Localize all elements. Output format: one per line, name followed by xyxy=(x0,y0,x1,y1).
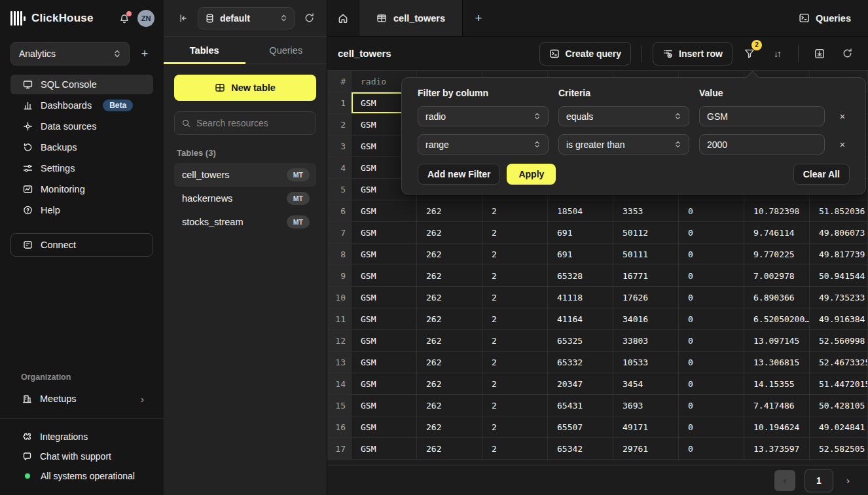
table-cell[interactable]: 3353 xyxy=(613,200,679,222)
filter-criteria-select[interactable]: is greater than xyxy=(558,134,689,155)
table-cell[interactable]: 0 xyxy=(679,200,744,222)
table-cell[interactable]: 262 xyxy=(417,308,482,330)
table-cell[interactable]: 691 xyxy=(548,244,613,265)
table-cell[interactable]: 0 xyxy=(679,265,744,287)
table-list-item-hackernews[interactable]: hackernews MT xyxy=(174,187,316,210)
workspace-select[interactable]: Analytics xyxy=(10,42,130,65)
table-cell[interactable]: GSM xyxy=(352,287,417,308)
table-cell[interactable]: 0 xyxy=(679,438,744,460)
table-cell[interactable]: 7.002978 xyxy=(744,265,810,287)
table-cell[interactable]: 51.852036 xyxy=(810,200,868,222)
collapse-panel-button[interactable] xyxy=(175,10,191,26)
sort-button[interactable]: ↓↑ xyxy=(767,43,787,64)
table-cell[interactable]: 10.194624 xyxy=(744,416,810,438)
filter-value-input[interactable] xyxy=(699,106,825,126)
table-cell[interactable]: 0 xyxy=(679,373,744,395)
sidebar-item-monitoring[interactable]: Monitoring xyxy=(10,179,153,199)
filter-criteria-select[interactable]: equals xyxy=(558,106,689,126)
table-cell[interactable]: 262 xyxy=(417,352,482,373)
connect-button[interactable]: Connect xyxy=(10,233,153,257)
remove-filter-button[interactable]: × xyxy=(835,109,850,124)
table-cell[interactable]: 0 xyxy=(679,416,744,438)
table-cell[interactable]: GSM xyxy=(352,395,417,416)
table-cell[interactable]: 9.746114 xyxy=(744,222,810,244)
sidebar-item-integrations[interactable]: Integrations xyxy=(0,427,164,447)
table-cell[interactable]: 0 xyxy=(679,308,744,330)
table-cell[interactable]: 0 xyxy=(679,395,744,416)
filter-value-input[interactable] xyxy=(699,134,825,155)
table-cell[interactable]: 2 xyxy=(482,222,548,244)
table-cell[interactable]: 6.890366 xyxy=(744,287,810,308)
table-cell[interactable]: 2 xyxy=(482,308,548,330)
filter-column-select[interactable]: range xyxy=(418,134,549,155)
table-cell[interactable]: 65431 xyxy=(548,395,613,416)
table-cell[interactable]: 262 xyxy=(417,416,482,438)
table-list-item-cell-towers[interactable]: cell_towers MT xyxy=(174,163,316,187)
table-cell[interactable]: GSM xyxy=(352,265,417,287)
sidebar-item-meetups[interactable]: Meetups › xyxy=(10,388,153,409)
home-button[interactable] xyxy=(327,0,359,36)
table-cell[interactable]: 3454 xyxy=(613,373,679,395)
table-cell[interactable]: 65325 xyxy=(548,330,613,352)
table-cell[interactable]: 0 xyxy=(679,352,744,373)
table-cell[interactable]: 2 xyxy=(482,438,548,460)
table-cell[interactable]: 50.428105 xyxy=(810,395,868,416)
refresh-table-button[interactable] xyxy=(837,43,858,64)
table-cell[interactable]: 13.373597 xyxy=(744,438,810,460)
sidebar-item-help[interactable]: Help xyxy=(10,200,153,220)
table-cell[interactable]: 49.817739 xyxy=(810,244,868,265)
table-cell[interactable]: 3693 xyxy=(613,395,679,416)
remove-filter-button[interactable]: × xyxy=(835,137,850,153)
table-cell[interactable]: 2 xyxy=(482,330,548,352)
download-button[interactable] xyxy=(809,43,830,64)
table-cell[interactable]: 2 xyxy=(482,200,548,222)
table-list-item-stocks-stream[interactable]: stocks_stream MT xyxy=(174,210,316,234)
table-cell[interactable]: GSM xyxy=(352,438,417,460)
table-cell[interactable]: GSM xyxy=(352,330,417,352)
table-cell[interactable]: 50111 xyxy=(613,244,679,265)
table-cell[interactable]: 50.941544 xyxy=(810,265,868,287)
sidebar-item-chat-support[interactable]: Chat with support xyxy=(0,447,164,466)
table-cell[interactable]: 0 xyxy=(679,287,744,308)
filter-button[interactable]: 2 xyxy=(739,43,760,64)
table-cell[interactable]: 17626 xyxy=(613,287,679,308)
clear-all-filters-button[interactable]: Clear All xyxy=(793,164,850,185)
table-cell[interactable]: 262 xyxy=(417,330,482,352)
create-query-button[interactable]: Create query xyxy=(539,42,632,65)
queries-button[interactable]: Queries xyxy=(782,0,868,36)
table-cell[interactable]: 262 xyxy=(417,222,482,244)
table-cell[interactable]: 29761 xyxy=(613,438,679,460)
table-cell[interactable]: 13.306815 xyxy=(744,352,810,373)
apply-filters-button[interactable]: Apply xyxy=(507,164,556,185)
table-cell[interactable]: 16771 xyxy=(613,265,679,287)
table-cell[interactable]: GSM xyxy=(352,308,417,330)
table-cell[interactable]: GSM xyxy=(352,200,417,222)
table-cell[interactable]: GSM xyxy=(352,244,417,265)
new-table-button[interactable]: New table xyxy=(174,75,316,101)
table-cell[interactable]: 33803 xyxy=(613,330,679,352)
table-cell[interactable]: 49.916384 xyxy=(810,308,868,330)
table-cell[interactable]: 34016 xyxy=(613,308,679,330)
table-cell[interactable]: 2 xyxy=(482,416,548,438)
table-cell[interactable]: 65332 xyxy=(548,352,613,373)
table-cell[interactable]: 52.4673325 xyxy=(810,352,868,373)
table-cell[interactable]: 2 xyxy=(482,395,548,416)
add-workspace-button[interactable]: + xyxy=(136,45,153,62)
table-cell[interactable]: 41118 xyxy=(548,287,613,308)
table-cell[interactable]: 262 xyxy=(417,200,482,222)
table-cell[interactable]: 49.024841 xyxy=(810,416,868,438)
table-cell[interactable]: 262 xyxy=(417,438,482,460)
tab-queries[interactable]: Queries xyxy=(245,37,327,64)
tab-cell-towers[interactable]: cell_towers xyxy=(359,0,463,36)
table-cell[interactable]: 13.097145 xyxy=(744,330,810,352)
user-avatar[interactable]: ZN xyxy=(137,10,154,27)
refresh-database-button[interactable] xyxy=(301,10,317,26)
table-cell[interactable]: 6.52050200… xyxy=(744,308,810,330)
table-cell[interactable]: 262 xyxy=(417,265,482,287)
table-cell[interactable]: 49.806073 xyxy=(810,222,868,244)
table-cell[interactable]: GSM xyxy=(352,416,417,438)
table-cell[interactable]: 52.582505 xyxy=(810,438,868,460)
table-cell[interactable]: GSM xyxy=(352,352,417,373)
current-page-button[interactable]: 1 xyxy=(805,469,833,492)
table-cell[interactable]: 52.560998 xyxy=(810,330,868,352)
